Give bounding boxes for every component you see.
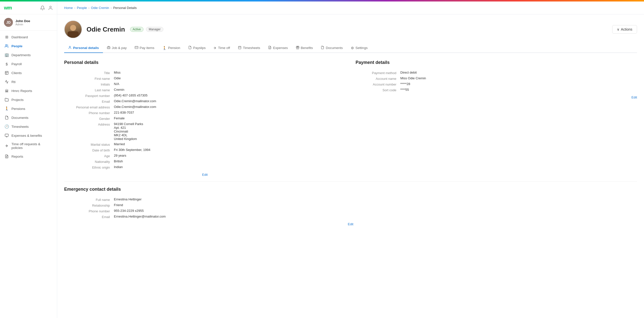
projects-icon <box>4 98 9 102</box>
pensions-icon: 🚶 <box>4 106 9 111</box>
sidebar-item-time-off[interactable]: ✈ Time off requests & policies <box>0 140 57 152</box>
sidebar-item-pensions[interactable]: 🚶 Pensions <box>0 104 57 113</box>
payroll-icon: $ <box>4 62 9 66</box>
tab-expenses[interactable]: Expenses <box>264 43 292 53</box>
svg-point-1 <box>6 44 7 46</box>
tab-settings[interactable]: ⚙ Settings <box>347 43 372 53</box>
svg-rect-5 <box>5 134 8 136</box>
avatar: JD <box>4 18 13 27</box>
sidebar-item-label: Clients <box>12 71 22 75</box>
field-marital-status: Marital status Married <box>64 142 346 146</box>
sidebar-item-payroll[interactable]: $ Payroll <box>0 60 57 68</box>
sidebar-header: wm <box>0 2 57 14</box>
personal-details-edit[interactable]: Edit <box>64 173 346 176</box>
tab-documents[interactable]: Documents <box>317 43 346 53</box>
actions-button[interactable]: ∨ Actions <box>612 25 637 34</box>
payslips-icon <box>188 46 192 50</box>
breadcrumb-employee[interactable]: Odie Cremin <box>91 6 109 10</box>
sidebar-item-reports[interactable]: Reports <box>0 152 57 161</box>
field-account-number: Account number *****28 <box>356 82 637 86</box>
people-icon <box>4 44 9 48</box>
topbar: Home › People › Odie Cremin › Personal D… <box>57 2 644 14</box>
employee-name: Odie Cremin <box>86 26 125 33</box>
sidebar-item-rti[interactable]: Rti <box>0 77 57 86</box>
breadcrumb-people[interactable]: People <box>77 6 87 10</box>
expenses-tab-icon <box>268 46 272 50</box>
sidebar-item-label: Pensions <box>12 107 25 111</box>
tab-pay-items[interactable]: Pay items <box>131 43 158 53</box>
emergency-contact-edit[interactable]: Edit <box>64 222 637 226</box>
sidebar-item-projects[interactable]: Projects <box>0 95 57 104</box>
field-payment-method: Payment method Direct debit <box>356 70 637 75</box>
emergency-contact-section: Emergency contact details Full name Erne… <box>64 182 637 226</box>
sidebar-item-timesheets[interactable]: 🕐 Timesheets <box>0 122 57 131</box>
payment-details-section: Payment details Payment method Direct de… <box>356 60 637 176</box>
profile-tabs: Personal details Job & pay Pay items 🚶 <box>64 43 637 53</box>
svg-point-10 <box>69 46 70 48</box>
rti-icon <box>4 80 9 84</box>
svg-rect-2 <box>5 71 8 74</box>
tab-payslips[interactable]: Payslips <box>184 43 210 53</box>
field-passport: Passport number (954) 407-1655 x57305 <box>64 94 346 98</box>
sidebar-item-label: Projects <box>12 98 24 102</box>
emergency-contact-title: Emergency contact details <box>64 187 637 192</box>
field-first-name: First name Odie <box>64 76 346 80</box>
tab-benefits[interactable]: Benefits <box>292 43 317 53</box>
tab-personal-details[interactable]: Personal details <box>64 43 103 53</box>
tab-timesheets[interactable]: Timesheets <box>234 43 264 53</box>
sidebar-item-hmrc-reports[interactable]: 🏛 Hmrc Reports <box>0 86 57 95</box>
sidebar-item-clients[interactable]: Clients <box>0 68 57 77</box>
content-area: Odie Cremin Active Manager ∨ Actions <box>57 14 644 318</box>
personal-details-title: Personal details <box>64 60 346 65</box>
breadcrumb-home[interactable]: Home <box>64 6 73 10</box>
nav-menu: ⊞ Dashboard People 🏢 Departments <box>0 30 57 163</box>
profile-header: Odie Cremin Active Manager ∨ Actions <box>64 20 637 38</box>
field-address: Address 94198 Cornell Parks Apt. 421 Cin… <box>64 122 346 141</box>
sidebar-item-dashboard[interactable]: ⊞ Dashboard <box>0 32 57 42</box>
app-logo: wm <box>4 5 12 11</box>
personal-details-fields: Title Miss First name Odie Initials N/A <box>64 70 346 169</box>
tab-time-off[interactable]: ✈ Time off <box>210 43 234 53</box>
field-email: Email Odie.Cremin@mailinator.com <box>64 99 346 104</box>
field-emergency-phone: Phone number 955-234-2229 x2955 <box>64 209 637 213</box>
sidebar-item-label: Time off requests & policies <box>12 142 52 150</box>
payment-details-fields: Payment method Direct debit Account name… <box>356 70 637 92</box>
field-sort-code: Sort code ****55 <box>356 88 637 92</box>
settings-icon: ⚙ <box>351 46 354 50</box>
tab-pension[interactable]: 🚶 Pension <box>158 43 184 53</box>
sidebar-item-documents[interactable]: Documents <box>0 113 57 122</box>
payment-details-edit[interactable]: Edit <box>356 96 637 99</box>
credit-card-icon <box>135 46 138 50</box>
breadcrumb-current: Personal Details <box>113 6 137 10</box>
sidebar-item-people[interactable]: People <box>0 42 57 50</box>
documents-tab-icon <box>321 46 324 50</box>
sidebar-item-label: Hmrc Reports <box>12 89 32 93</box>
user-info: JD John Doe Admin <box>0 14 57 30</box>
sidebar-item-label: Expenses & benefits <box>12 134 42 138</box>
chevron-down-icon: ∨ <box>617 27 620 31</box>
sidebar-item-label: Rti <box>12 80 16 84</box>
hmrc-icon: 🏛 <box>4 88 9 93</box>
emergency-contact-fields: Full name Ernestina Hettinger Relationsh… <box>64 198 637 219</box>
field-dob: Date of birth Fri 30th September, 1994 <box>64 148 346 152</box>
sidebar-item-label: Timesheets <box>12 125 28 128</box>
dashboard-icon: ⊞ <box>4 35 9 39</box>
benefits-icon <box>296 46 299 50</box>
reports-icon <box>4 154 9 159</box>
calendar-icon <box>238 46 242 50</box>
sidebar-item-label: Documents <box>12 116 28 120</box>
user-profile-icon[interactable] <box>48 6 53 10</box>
plane-icon: ✈ <box>214 46 216 50</box>
notification-icon[interactable] <box>40 6 45 10</box>
field-emergency-email: Email Ernestina.Hettinger@mailinator.com <box>64 214 637 219</box>
sidebar-item-expenses-benefits[interactable]: Expenses & benefits <box>0 131 57 140</box>
field-account-name: Account name Miss Odie Cremin <box>356 76 637 80</box>
expenses-icon <box>4 133 9 138</box>
sidebar-item-departments[interactable]: 🏢 Departments <box>0 50 57 60</box>
status-badge: Active <box>130 27 144 32</box>
tab-job-pay[interactable]: Job & pay <box>103 43 131 53</box>
payment-details-title: Payment details <box>356 60 637 65</box>
sidebar-item-label: Dashboard <box>12 35 28 39</box>
field-emergency-name: Full name Ernestina Hettinger <box>64 198 637 202</box>
breadcrumb: Home › People › Odie Cremin › Personal D… <box>64 6 137 10</box>
